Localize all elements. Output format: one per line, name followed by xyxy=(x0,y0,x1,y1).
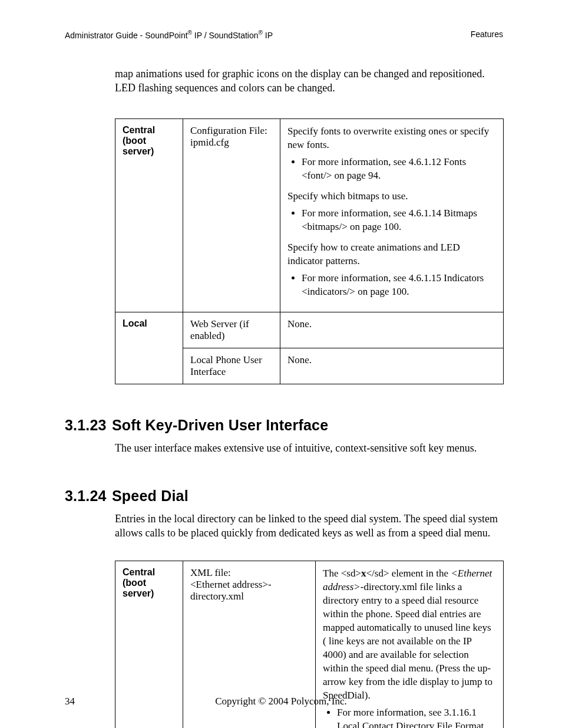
table-row: Local Web Server (if enabled) None. xyxy=(115,312,504,348)
cell-text: Web Server (if enabled) xyxy=(183,312,280,348)
list-item: For more information, see 4.6.1.15 Indic… xyxy=(302,272,496,299)
cell-text: <Ethernet address>-directory.xml xyxy=(190,579,272,602)
header-right: Features xyxy=(471,29,503,40)
header-text: IP xyxy=(263,31,273,40)
config-file-cell: Configuration File: ipmid.cfg xyxy=(183,119,280,312)
section-number: 3.1.24 xyxy=(65,487,112,505)
table-row: Central (boot server) Configuration File… xyxy=(115,119,504,312)
cell-text: Configuration File: xyxy=(190,125,267,136)
page: Administrator Guide - SoundPoint® IP / S… xyxy=(0,0,562,728)
cell-text: XML file: xyxy=(190,567,231,578)
copyright: Copyright © 2004 Polycom, Inc. xyxy=(0,696,562,707)
section-body: The user interface makes extensive use o… xyxy=(115,441,503,455)
list-item: For more information, see 4.6.1.12 Fonts… xyxy=(302,156,496,183)
t: -directory.xml file links a directory en… xyxy=(323,581,492,701)
reg-mark: ® xyxy=(259,29,263,36)
cell-text: Local Phone User Interface xyxy=(183,348,280,384)
section-title: Soft Key-Driven User Interface xyxy=(112,417,328,433)
cell-text: The <sd>x</sd> element in the <Ethernet … xyxy=(323,567,496,702)
page-header: Administrator Guide - SoundPoint® IP / S… xyxy=(65,29,503,40)
cell-text: Specify which bitmaps to use. xyxy=(287,190,496,203)
t: The <sd> xyxy=(323,568,361,579)
cell-text: None. xyxy=(280,312,504,348)
section-title: Speed Dial xyxy=(112,487,189,504)
cell-text: ipmid.cfg xyxy=(190,137,229,148)
section-heading-softkey: 3.1.23Soft Key-Driven User Interface xyxy=(65,417,503,434)
header-left: Administrator Guide - SoundPoint® IP / S… xyxy=(65,29,273,40)
list-item: For more information, see 4.6.1.14 Bitma… xyxy=(302,207,496,234)
section-heading-speeddial: 3.1.24Speed Dial xyxy=(65,487,503,505)
section-body: Entries in the local directory can be li… xyxy=(115,512,503,541)
intro-paragraph: map animations used for graphic icons on… xyxy=(115,67,503,95)
config-table-1: Central (boot server) Configuration File… xyxy=(115,118,504,384)
list-item: For more information, see 3.1.16.1 Local… xyxy=(337,706,496,728)
cell-text: None. xyxy=(280,348,504,384)
row-header-local: Local xyxy=(115,312,183,384)
reg-mark: ® xyxy=(188,29,192,36)
row-header-central: Central (boot server) xyxy=(115,119,183,312)
t: </sd> element in the xyxy=(366,568,451,579)
cell-text: Specify how to create animations and LED… xyxy=(287,241,496,268)
description-cell: Specify fonts to overwrite existing ones… xyxy=(280,119,504,312)
header-text: IP / SoundStation xyxy=(192,31,259,40)
cell-text: Specify fonts to overwrite existing ones… xyxy=(287,125,496,152)
section-number: 3.1.23 xyxy=(65,417,112,434)
header-text: Administrator Guide - SoundPoint xyxy=(65,31,188,40)
